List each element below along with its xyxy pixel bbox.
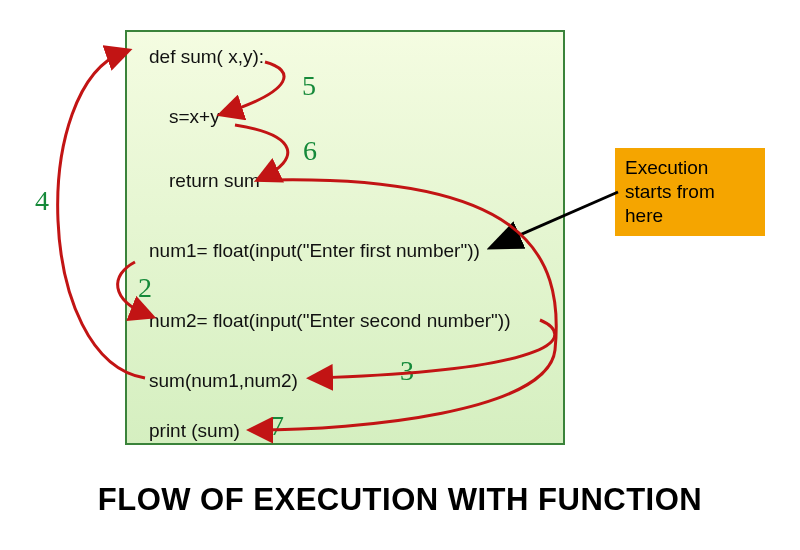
diagram-title: FLOW OF EXECUTION WITH FUNCTION (0, 482, 800, 518)
step-4: 4 (35, 185, 49, 217)
step-6: 6 (303, 135, 317, 167)
code-line-print: print (sum) (149, 420, 240, 443)
code-line-call: sum(num1,num2) (149, 370, 298, 393)
code-line-def: def sum( x,y): (149, 46, 264, 69)
callout-box: Execution starts from here (615, 148, 765, 236)
code-line-num1: num1= float(input("Enter first number")) (149, 240, 480, 263)
code-box: def sum( x,y): s=x+y return sum num1= fl… (125, 30, 565, 445)
step-7: 7 (270, 410, 284, 442)
code-line-num2: num2= float(input("Enter second number")… (149, 310, 510, 333)
step-5: 5 (302, 70, 316, 102)
code-line-assign: s=x+y (169, 106, 220, 129)
callout-text: Execution starts from here (625, 157, 715, 226)
step-2: 2 (138, 272, 152, 304)
step-3: 3 (400, 355, 414, 387)
code-line-return: return sum (169, 170, 260, 193)
